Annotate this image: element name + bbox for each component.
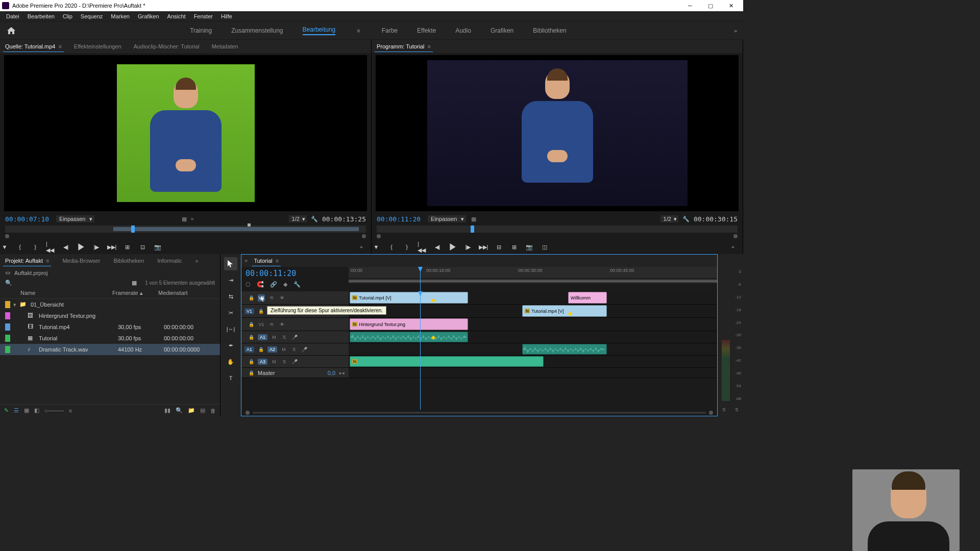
media-browser-tab[interactable]: Media-Browser	[60, 256, 102, 266]
mark-in-icon[interactable]: ▼	[0, 242, 9, 252]
mute-icon[interactable]: M	[271, 334, 278, 341]
find-icon[interactable]: 🔍	[176, 407, 183, 414]
toggle-output-icon[interactable]: 👁	[278, 321, 285, 328]
type-tool-icon[interactable]: T	[224, 371, 237, 385]
timeline-zoom-scrollbar[interactable]	[241, 410, 717, 416]
info-tab[interactable]: Informatic	[155, 256, 184, 266]
workspace-assembly[interactable]: Zusammenstellung	[231, 27, 283, 34]
play-icon[interactable]	[448, 242, 457, 252]
clip-video[interactable]: fxTutorial.mp4 [V]	[350, 292, 468, 304]
clip-audio[interactable]	[350, 332, 468, 342]
program-zoom-select[interactable]: Einpassen	[428, 215, 466, 222]
program-zoom-scrollbar[interactable]	[377, 234, 738, 239]
program-tab[interactable]: Programm: Tutorial≡	[375, 41, 433, 52]
audio-mixer-tab[interactable]: Audioclip-Mischer: Tutorial	[132, 41, 202, 52]
metadata-tab[interactable]: Metadaten	[210, 41, 240, 52]
program-monitor[interactable]	[376, 55, 739, 211]
source-timeline-ruler[interactable]	[5, 226, 366, 233]
source-timecode[interactable]: 00:00:07:10	[5, 215, 49, 223]
menu-clip[interactable]: Clip	[59, 13, 77, 19]
zoom-slider[interactable]: ○────	[44, 408, 64, 414]
track-target-a3[interactable]: A3	[258, 359, 267, 365]
workspace-libraries[interactable]: Bibliotheken	[533, 27, 566, 34]
trash-icon[interactable]: 🗑	[210, 408, 216, 414]
lock-icon[interactable]: 🔒	[248, 321, 255, 328]
maximize-button[interactable]: ▢	[700, 0, 721, 11]
step-forward-icon[interactable]: |▶	[463, 242, 473, 252]
track-select-tool-icon[interactable]: ⇥	[224, 273, 237, 287]
automate-icon[interactable]: ▮▮	[164, 407, 170, 414]
workspace-effects[interactable]: Effekte	[417, 27, 436, 34]
solo-icon[interactable]: S	[281, 358, 288, 365]
column-name[interactable]: Name	[20, 290, 112, 296]
drag-video-icon[interactable]: ▦	[182, 216, 187, 222]
workspace-overflow-icon[interactable]: »	[732, 28, 739, 34]
menu-view[interactable]: Ansicht	[163, 13, 190, 19]
clip-music[interactable]: fx	[350, 356, 544, 367]
menu-edit[interactable]: Bearbeiten	[23, 13, 59, 19]
lift-icon[interactable]: ⊟	[494, 242, 503, 252]
expand-icon[interactable]: ▾	[13, 302, 19, 308]
workspace-menu-icon[interactable]: ≡	[355, 28, 362, 34]
voiceover-icon[interactable]: 🎤	[291, 334, 298, 341]
go-to-in-icon[interactable]: |◀◀	[46, 242, 55, 252]
column-framerate[interactable]: Framerate ▴	[112, 290, 158, 296]
master-value[interactable]: 0,0	[328, 370, 335, 376]
settings-icon[interactable]: 🔧	[682, 216, 690, 222]
insert-icon[interactable]: ⊞	[122, 242, 132, 252]
panel-menu-icon[interactable]: ≡	[46, 258, 49, 264]
add-button-icon[interactable]: +	[357, 242, 366, 252]
expand-icon[interactable]: ▸◂	[338, 369, 346, 377]
project-item[interactable]: ▦ Tutorial 30,00 fps 00:00:00:00	[0, 333, 220, 344]
lock-icon[interactable]: 🔒	[257, 308, 264, 315]
source-tab[interactable]: Quelle: Tutorial.mp4≡	[3, 41, 64, 52]
mute-icon[interactable]: M	[271, 358, 278, 365]
close-sequence-icon[interactable]: ×	[244, 258, 248, 264]
sort-icon[interactable]: ≡	[69, 408, 72, 414]
mark-clip-icon[interactable]: }	[31, 242, 40, 252]
project-tab[interactable]: Projekt: Auftakt≡	[3, 256, 51, 266]
mark-out-icon[interactable]: {	[15, 242, 24, 252]
track-target-v3[interactable]: V3	[258, 294, 265, 302]
pen-tool-icon[interactable]: ✒	[224, 339, 237, 352]
effect-controls-tab[interactable]: Effekteinstellungen	[72, 41, 124, 52]
menu-file[interactable]: Datei	[2, 13, 23, 19]
filter-icon[interactable]: ▦	[132, 280, 137, 286]
lock-icon[interactable]: 🔒	[248, 369, 255, 377]
toggle-output-icon[interactable]: 👁	[278, 294, 285, 302]
label-color-chip[interactable]	[5, 301, 10, 308]
libraries-tab[interactable]: Bibliotheken	[111, 256, 146, 266]
close-button[interactable]: ✕	[721, 0, 741, 11]
solo-right[interactable]: S	[735, 407, 738, 412]
razor-tool-icon[interactable]: ✂	[224, 306, 237, 319]
label-color-chip[interactable]	[5, 346, 10, 353]
panel-menu-icon[interactable]: ≡	[428, 43, 431, 49]
solo-left[interactable]: S	[722, 407, 725, 412]
label-color-chip[interactable]	[5, 323, 10, 331]
overflow-icon[interactable]: »	[193, 256, 201, 266]
mark-in-icon[interactable]: ▼	[372, 242, 381, 252]
list-view-icon[interactable]: ☰	[14, 407, 19, 414]
project-item[interactable]: 🎞 Tutorial.mp4 30,00 fps 00:00:00:00	[0, 321, 220, 333]
panel-menu-icon[interactable]: ≡	[276, 258, 279, 264]
voiceover-icon[interactable]: 🎤	[301, 346, 308, 353]
workspace-audio[interactable]: Audio	[455, 27, 471, 34]
export-frame-icon[interactable]: 📷	[525, 242, 534, 252]
home-icon[interactable]	[4, 24, 18, 37]
track-target-v1[interactable]: V1	[258, 321, 265, 328]
label-color-chip[interactable]	[5, 335, 10, 342]
minimize-button[interactable]: ─	[680, 0, 700, 11]
selection-tool-icon[interactable]	[224, 257, 237, 270]
program-resolution-select[interactable]: 1/2	[660, 215, 678, 222]
source-patch-a1[interactable]: A1	[244, 346, 254, 353]
menu-markers[interactable]: Marken	[107, 13, 134, 19]
settings-icon[interactable]: 🔧	[293, 281, 301, 288]
add-button-icon[interactable]: +	[728, 242, 738, 252]
go-to-in-icon[interactable]: |◀◀	[418, 242, 427, 252]
column-mediastart[interactable]: Medienstart	[158, 290, 187, 296]
marker-icon[interactable]: ◆	[283, 281, 287, 288]
clip-image[interactable]: fxHintergrund Textur.png	[350, 318, 468, 330]
sync-lock-icon[interactable]: ⟲	[268, 294, 275, 302]
extract-icon[interactable]: ⊞	[509, 242, 519, 252]
menu-graphics[interactable]: Grafiken	[134, 13, 163, 19]
